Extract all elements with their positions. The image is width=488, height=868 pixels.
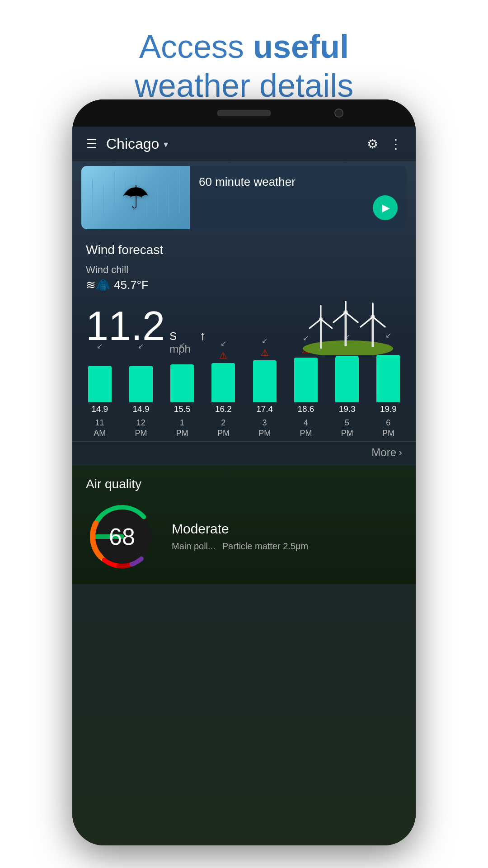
svg-line-9 xyxy=(346,312,358,322)
wind-bar-col: ↙⚠14.9 xyxy=(120,342,161,414)
wind-bar-col: ↙⚠17.4 xyxy=(244,336,285,414)
wind-warning-icon: ⚠ xyxy=(137,352,145,364)
header-text-normal: Access xyxy=(139,28,253,65)
header-text-line2: weather details xyxy=(135,67,353,104)
wind-bar-time-label: 2PM xyxy=(203,418,244,439)
main-pollutant-label: Main poll... xyxy=(172,541,216,552)
wind-warning-icon: ⚠ xyxy=(261,347,269,359)
pollutant-value: Particle matter 2.5μm xyxy=(222,541,308,552)
phone-top-bar xyxy=(72,99,416,127)
weather-card-content: 60 minute weather ▶ xyxy=(190,166,407,229)
wind-bar-direction: ↙ xyxy=(221,339,226,348)
more-button[interactable]: More › xyxy=(371,446,402,459)
weather-card-title: 60 minute weather xyxy=(199,175,398,189)
wind-bar-col: ↙⚠15.5 xyxy=(162,340,203,414)
wind-bar xyxy=(129,366,153,402)
wind-bar-time-label: 6PM xyxy=(368,418,409,439)
wind-bar-col: ↙⚠16.2 xyxy=(203,339,244,414)
wind-forecast-title: Wind forecast xyxy=(86,243,402,257)
wind-chill-value: ≋🧥 45.7°F xyxy=(86,278,402,292)
air-quality-section: Air quality xyxy=(72,466,416,584)
svg-line-10 xyxy=(333,312,346,322)
wind-bar-value: 16.2 xyxy=(215,404,232,414)
svg-line-4 xyxy=(321,319,332,328)
wind-bar-direction: ↙ xyxy=(262,336,267,345)
wind-bar-value: 18.6 xyxy=(297,404,314,414)
weather-thumbnail: ☂ xyxy=(81,166,190,229)
wind-warning-icon: ⚠ xyxy=(96,352,104,364)
front-camera xyxy=(334,108,343,118)
svg-point-0 xyxy=(303,340,393,355)
bars-container: ↙⚠14.9↙⚠14.9↙⚠15.5↙⚠16.2↙⚠17.4↙⚠18.6↙⚠19… xyxy=(79,364,409,414)
wind-bar xyxy=(211,363,235,402)
play-button[interactable]: ▶ xyxy=(373,195,398,220)
air-quality-content: 68 Moderate Main poll... Particle matter… xyxy=(86,500,402,573)
air-quality-details: Moderate Main poll... Particle matter 2.… xyxy=(172,521,402,552)
speaker-grille xyxy=(217,110,271,116)
wind-warning-icon: ⚠ xyxy=(178,351,186,363)
wind-turbines xyxy=(294,301,402,355)
air-quality-gauge: 68 xyxy=(86,500,158,573)
city-selector[interactable]: Chicago ▾ xyxy=(106,136,367,152)
wind-bar-time-label: 1PM xyxy=(162,418,203,439)
wind-speed-number: 11.2 xyxy=(86,306,165,346)
header-icons: ⚙ ⋮ xyxy=(367,137,402,151)
wind-bar-time-label: 4PM xyxy=(285,418,326,439)
wind-chill-temp: 45.7°F xyxy=(114,278,149,292)
phone-frame: ☰ Chicago ▾ ⚙ ⋮ xyxy=(72,99,416,845)
wind-bar xyxy=(253,360,277,402)
weather-card: ☂ 60 minute weather ▶ xyxy=(81,166,407,229)
city-name-label: Chicago xyxy=(106,136,159,152)
wind-bar-value: 15.5 xyxy=(174,404,191,414)
wind-chill-icon: ≋🧥 xyxy=(86,278,110,292)
more-options-icon[interactable]: ⋮ xyxy=(389,137,402,151)
wind-bar xyxy=(170,364,194,402)
svg-line-15 xyxy=(361,317,373,327)
svg-line-14 xyxy=(373,317,385,327)
wind-chart: ↙⚠14.9↙⚠14.9↙⚠15.5↙⚠16.2↙⚠17.4↙⚠18.6↙⚠19… xyxy=(72,364,416,439)
settings-icon[interactable]: ⚙ xyxy=(367,137,378,151)
umbrella-icon: ☂ xyxy=(122,179,150,216)
wind-bar-value: 19.9 xyxy=(380,404,397,414)
more-row: More › xyxy=(72,441,416,463)
air-quality-title: Air quality xyxy=(86,477,402,491)
phone-screen: ☰ Chicago ▾ ⚙ ⋮ xyxy=(72,127,416,845)
wind-bar-time-label: 11AM xyxy=(79,418,120,439)
wind-bar-value: 17.4 xyxy=(256,404,273,414)
wind-bar xyxy=(88,366,112,402)
wind-bar xyxy=(335,356,359,402)
wind-bar-direction: ↙ xyxy=(97,342,103,350)
wind-bar-value: 14.9 xyxy=(132,404,149,414)
air-quality-value: 68 xyxy=(109,523,135,550)
svg-line-5 xyxy=(310,319,321,328)
wind-warning-icon: ⚠ xyxy=(219,349,227,361)
wind-bar-value: 19.3 xyxy=(339,404,356,414)
more-arrow-icon: › xyxy=(399,446,402,459)
air-quality-status: Moderate xyxy=(172,521,402,537)
more-label: More xyxy=(371,446,396,459)
wind-bar-time-label: 12PM xyxy=(120,418,161,439)
wind-bar-direction: ↙ xyxy=(138,342,144,350)
wind-bar xyxy=(376,355,400,402)
app-header: ☰ Chicago ▾ ⚙ ⋮ xyxy=(72,127,416,161)
air-quality-meta: Main poll... Particle matter 2.5μm xyxy=(172,541,402,552)
wind-bar-time-label: 3PM xyxy=(244,418,285,439)
dropdown-arrow-icon: ▾ xyxy=(164,139,168,150)
wind-bar-direction: ↙ xyxy=(179,340,185,349)
menu-icon[interactable]: ☰ xyxy=(86,138,97,151)
wind-chill-label: Wind chill xyxy=(86,264,402,276)
header-text-bold: useful xyxy=(253,28,349,65)
wind-bar-time-label: 5PM xyxy=(327,418,368,439)
wind-bar-col: ↙⚠14.9 xyxy=(79,342,120,414)
wind-bar xyxy=(294,358,318,402)
wind-bar-value: 14.9 xyxy=(91,404,108,414)
play-icon: ▶ xyxy=(382,202,390,214)
